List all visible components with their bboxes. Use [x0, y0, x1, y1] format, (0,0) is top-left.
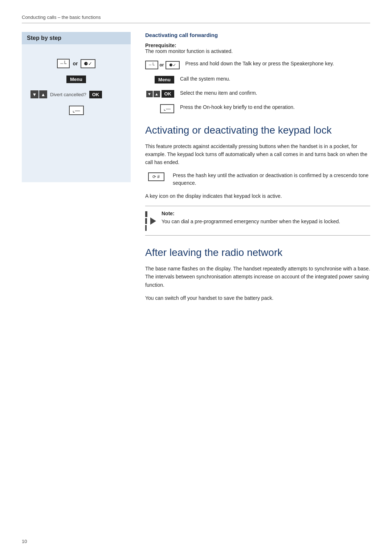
- keypad-heading: Activating or deactivating the keypad lo…: [145, 124, 370, 136]
- step-3-text: Select the menu item and confirm.: [180, 89, 370, 97]
- section-keypad: Activating or deactivating the keypad lo…: [145, 124, 370, 236]
- header-text: Conducting calls – the basic functions: [22, 15, 101, 20]
- talk-key-box: ┈└: [57, 59, 70, 68]
- step-by-step-box: Step by step: [22, 32, 131, 44]
- talk-key-small: ┈└: [145, 61, 158, 69]
- hash-key-box: ⟳ #: [148, 172, 164, 181]
- note-arrow-icon: [145, 211, 157, 231]
- sidebar: Step by step ┈└ or ⚈✓: [22, 32, 131, 307]
- radio-body2: You can switch off your handset to save …: [145, 294, 370, 302]
- onhook-step4-icon: ⌞―: [160, 104, 174, 113]
- hash-key-row: ⟳ # Press the hash key until the activat…: [145, 172, 370, 187]
- keypad-body1: This feature protects against accidental…: [145, 142, 370, 167]
- onhook-symbol: ⌞―: [73, 107, 80, 113]
- small-down-arrow: ▼: [146, 91, 153, 97]
- arrows-ok-icon: ▼ ▲ OK: [146, 90, 175, 98]
- prerequisite-label: Prerequisite:: [145, 42, 176, 48]
- talk-speaker-row: ┈└ or ⚈✓: [27, 59, 126, 68]
- ok-button-icon: OK: [89, 91, 102, 98]
- up-arrow-icon: ▲: [39, 90, 47, 98]
- step-1-icon: ┈└ or ⚈✓: [145, 60, 180, 69]
- speaker-key-box: ⚈✓: [81, 59, 95, 68]
- step-4-text: Press the On-hook key briefly to end the…: [180, 103, 370, 111]
- or-label: or: [160, 62, 164, 68]
- prerequisite-block: Prerequisite: The room monitor function …: [145, 42, 370, 54]
- note-bar-3: [145, 225, 147, 231]
- talk-key-icon: ┈└: [57, 59, 70, 68]
- step-1: ┈└ or ⚈✓ Press and hold down the Talk ke…: [145, 60, 370, 69]
- note-box: Note: You can dial a pre-programmed emer…: [145, 206, 370, 236]
- note-triangle-icon: [150, 217, 156, 225]
- talk-or-speaker-icon: ┈└ or ⚈✓: [145, 61, 180, 69]
- note-content: Note: You can dial a pre-programmed emer…: [162, 211, 370, 225]
- ok-button-step3: OK: [162, 90, 175, 98]
- main-content: Deactivating call forwarding Prerequisit…: [131, 32, 370, 307]
- note-bar-2: [145, 218, 147, 224]
- step-3-icon: ▼ ▲ OK: [145, 89, 174, 98]
- handset-line-icon: ┈└: [60, 61, 67, 66]
- radio-body1: The base name flashes on the display. Th…: [145, 265, 370, 289]
- menu-row: Menu: [27, 76, 126, 83]
- keypad-display-text: A key icon on the display indicates that…: [145, 192, 370, 200]
- page: Conducting calls – the basic functions S…: [0, 0, 392, 555]
- step-3: ▼ ▲ OK Select the menu item and confirm.: [145, 89, 370, 98]
- speaker-key-small: ⚈✓: [166, 61, 180, 69]
- section-radio: After leaving the radio network The base…: [145, 246, 370, 302]
- radio-heading: After leaving the radio network: [145, 246, 370, 259]
- hash-key-icon-area: ⟳ #: [145, 172, 167, 181]
- main-layout: Step by step ┈└ or ⚈✓: [22, 32, 370, 307]
- page-number: 10: [22, 539, 27, 544]
- note-bars: [145, 211, 147, 231]
- onhook-icon: ⌞―: [69, 106, 84, 115]
- divert-row: ▼ ▲ Divert cancelled? OK: [27, 90, 126, 98]
- onhook-row: ⌞―: [27, 106, 126, 115]
- step-by-step-title: Step by step: [27, 35, 61, 41]
- divert-label: Divert cancelled?: [50, 92, 86, 97]
- step-2-text: Call the system menu.: [180, 75, 370, 83]
- deactivating-title: Deactivating call forwarding: [145, 32, 370, 38]
- step-2-icon: Menu: [145, 75, 174, 83]
- step-4-icon: ⌞―: [145, 103, 174, 113]
- section-deactivating: Deactivating call forwarding Prerequisit…: [145, 32, 370, 113]
- step-1-text: Press and hold down the Talk key or pres…: [185, 60, 370, 68]
- prerequisite-text: The room monitor function is activated.: [145, 48, 233, 54]
- step-4: ⌞― Press the On-hook key briefly to end …: [145, 103, 370, 113]
- menu-button-icon: Menu: [66, 76, 86, 83]
- or-text: or: [73, 61, 78, 66]
- menu-button-step2: Menu: [155, 76, 174, 83]
- hash-key-text: Press the hash key until the activation …: [173, 172, 370, 187]
- speaker-phone-icon: ⚈✓: [84, 61, 92, 66]
- page-header: Conducting calls – the basic functions: [22, 15, 370, 23]
- step-2: Menu Call the system menu.: [145, 75, 370, 83]
- small-arrows: ▼ ▲: [146, 91, 160, 97]
- sidebar-content: ┈└ or ⚈✓ Menu ▼: [22, 44, 131, 182]
- small-up-arrow: ▲: [154, 91, 160, 97]
- note-bar-1: [145, 211, 147, 217]
- note-text: You can dial a pre-programmed emergency …: [162, 218, 370, 225]
- note-label: Note:: [162, 211, 370, 216]
- arrow-icons: ▼ ▲: [30, 90, 47, 98]
- down-arrow-icon: ▼: [30, 90, 38, 98]
